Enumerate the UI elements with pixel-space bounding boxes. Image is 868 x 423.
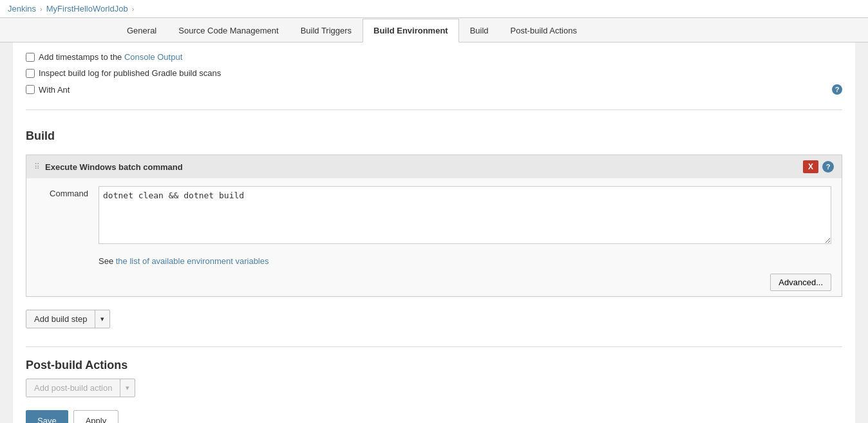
command-form-row: Command dotnet clean && dotnet build: [26, 178, 842, 254]
breadcrumb-jenkins[interactable]: Jenkins: [8, 4, 36, 14]
build-environment-section: Add timestamps to the Console Output Ins…: [13, 42, 855, 104]
add-build-step-label: Add build step: [26, 310, 95, 328]
breadcrumb-sep1: ›: [40, 5, 42, 13]
save-button[interactable]: Save: [26, 410, 68, 423]
add-post-build-arrow-icon: ▾: [120, 380, 135, 396]
checkbox-row-timestamps: Add timestamps to the Console Output: [13, 49, 855, 65]
action-buttons: Save Apply: [13, 404, 855, 423]
content-panel: Add timestamps to the Console Output Ins…: [13, 42, 855, 423]
label-gradle: Inspect build log for published Gradle b…: [39, 68, 221, 78]
command-textarea[interactable]: dotnet clean && dotnet build: [99, 186, 831, 244]
add-build-step-button[interactable]: Add build step ▾: [26, 310, 110, 328]
build-section: Build ⠿ Execute Windows batch command X …: [13, 115, 855, 341]
build-section-title: Build: [13, 122, 855, 148]
advanced-button[interactable]: Advanced...: [770, 274, 831, 291]
breadcrumb-sep2: ›: [132, 5, 135, 13]
breadcrumb: Jenkins › MyFirstHelloWorldJob ›: [0, 0, 868, 18]
remove-build-step-button[interactable]: X: [803, 160, 818, 173]
see-text: See: [99, 256, 116, 266]
breadcrumb-job[interactable]: MyFirstHelloWorldJob: [46, 4, 128, 14]
add-build-step-row: Add build step ▾: [13, 303, 855, 335]
checkbox-row-ant: With Ant ?: [13, 81, 855, 98]
checkbox-gradle[interactable]: [26, 69, 35, 78]
label-ant: With Ant: [39, 85, 70, 95]
label-timestamps: Add timestamps to the Console Output: [39, 52, 182, 62]
build-step-title-row: ⠿ Execute Windows batch command: [34, 162, 183, 172]
add-build-step-arrow-icon: ▾: [95, 311, 109, 327]
command-label: Command: [37, 186, 88, 198]
build-step-help-icon[interactable]: ?: [822, 161, 834, 173]
drag-handle-icon[interactable]: ⠿: [34, 162, 40, 171]
tab-build-triggers[interactable]: Build Triggers: [290, 19, 363, 42]
checkbox-timestamps[interactable]: [26, 53, 35, 62]
apply-button[interactable]: Apply: [73, 410, 119, 423]
tab-build-environment[interactable]: Build Environment: [363, 19, 459, 42]
checkbox-row-gradle: Inspect build log for published Gradle b…: [13, 65, 855, 81]
command-input-wrapper: dotnet clean && dotnet build: [99, 186, 831, 246]
with-ant-help-icon[interactable]: ?: [832, 84, 842, 95]
tab-post-build-actions[interactable]: Post-build Actions: [500, 19, 588, 42]
post-build-section: Post-build Actions Add post-build action…: [13, 352, 855, 404]
checkbox-ant[interactable]: [26, 85, 35, 94]
advanced-row: Advanced...: [26, 268, 842, 296]
console-output-link[interactable]: Console Output: [124, 52, 182, 62]
add-post-build-action-button[interactable]: Add post-build action ▾: [26, 379, 135, 397]
build-step-header: ⠿ Execute Windows batch command X ?: [26, 155, 842, 178]
env-vars-link[interactable]: the list of available environment variab…: [116, 256, 269, 266]
tab-build[interactable]: Build: [459, 19, 500, 42]
tab-general[interactable]: General: [116, 19, 167, 42]
build-step-name: Execute Windows batch command: [45, 162, 183, 172]
tabs-bar: General Source Code Management Build Tri…: [0, 18, 868, 42]
add-post-build-label: Add post-build action: [26, 379, 120, 397]
tab-source-code-management[interactable]: Source Code Management: [167, 19, 289, 42]
build-step-actions: X ?: [803, 160, 834, 173]
post-build-title: Post-build Actions: [26, 359, 842, 372]
build-step-block: ⠿ Execute Windows batch command X ? Comm…: [26, 155, 842, 297]
post-build-divider: [26, 346, 842, 347]
section-divider: [26, 109, 842, 110]
see-link-row: See the list of available environment va…: [26, 254, 842, 268]
post-build-action-row: Add post-build action ▾: [26, 379, 842, 397]
